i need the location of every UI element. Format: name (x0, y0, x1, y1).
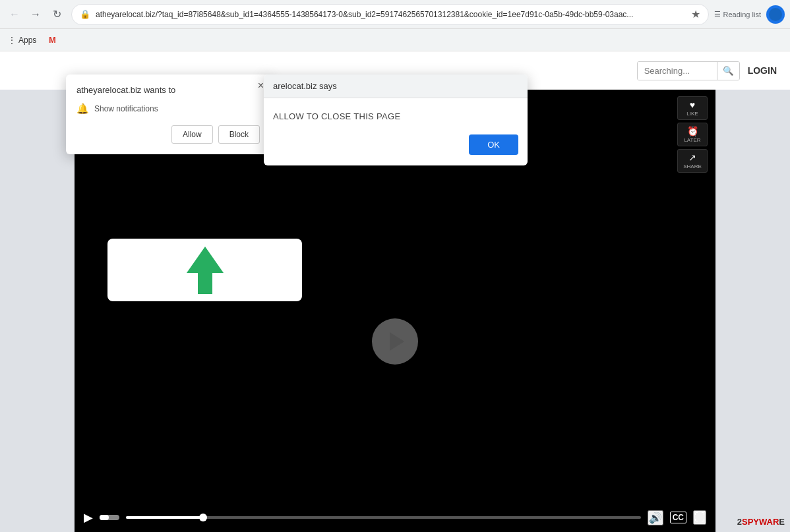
popup-title: atheyarelocat.biz wants to (76, 85, 260, 95)
bell-icon: 🔔 (76, 103, 89, 115)
share-button[interactable]: ↗ SHARE (677, 149, 708, 173)
browser-frame: ← → ↻ 🔒 atheyarelocat.biz/?taq_id=87i856… (0, 0, 790, 532)
bookmark-gmail[interactable]: M (47, 35, 57, 45)
profile-avatar (769, 8, 782, 21)
volume-fill (100, 515, 109, 520)
side-area-right (715, 90, 790, 532)
bookmark-star-icon[interactable]: ★ (691, 8, 700, 20)
notification-popup: × atheyarelocat.biz wants to 🔔 Show noti… (66, 74, 270, 154)
like-label: LIKE (686, 111, 698, 117)
lock-icon: 🔒 (80, 9, 90, 19)
search-input[interactable] (638, 62, 717, 80)
fullscreen-button[interactable]: ⛶ (693, 510, 706, 525)
play-pause-button[interactable]: ▶ (84, 510, 93, 525)
reading-list-label: Reading list (723, 11, 761, 18)
alert-buttons: OK (273, 134, 518, 155)
search-button[interactable]: 🔍 (717, 62, 739, 80)
like-button[interactable]: ♥ LIKE (677, 96, 708, 120)
side-area-left (0, 90, 75, 532)
alert-message: ALLOW TO CLOSE THIS PAGE (273, 111, 518, 121)
profile-button[interactable] (766, 5, 785, 24)
nav-buttons: ← → ↻ (5, 5, 66, 24)
progress-thumb (199, 514, 207, 521)
alert-header: arelocat.biz says (264, 74, 528, 98)
play-triangle-icon (390, 332, 404, 351)
forward-button[interactable]: → (26, 5, 45, 24)
watermark-suffix: E (779, 517, 785, 527)
bookmarks-bar: ⋮ Apps M (0, 29, 790, 51)
notification-row: 🔔 Show notifications (76, 103, 260, 115)
volume-button[interactable]: 🔊 (648, 510, 663, 525)
cc-button[interactable]: CC (670, 512, 686, 523)
back-button[interactable]: ← (5, 5, 24, 24)
popup-close-button[interactable]: × (258, 80, 264, 92)
reading-list-icon: ☰ (714, 10, 721, 18)
later-icon: ⏰ (687, 126, 698, 136)
upload-arrow (187, 247, 224, 294)
alert-header-title: arelocat.biz says (273, 81, 337, 91)
address-bar[interactable]: 🔒 atheyarelocat.biz/?taq_id=87i85648&sub… (71, 4, 709, 25)
alert-body: ALLOW TO CLOSE THIS PAGE OK (264, 98, 528, 165)
watermark-spy: SPYWAR (742, 517, 779, 527)
play-icon-container (386, 332, 404, 351)
reading-list-button[interactable]: ☰ Reading list (714, 10, 761, 18)
watermark-prefix: 2 (737, 517, 742, 527)
block-button[interactable]: Block (218, 125, 260, 144)
search-box[interactable]: 🔍 (637, 61, 740, 80)
bookmark-apps[interactable]: ⋮ Apps (8, 36, 36, 45)
alert-dialog: arelocat.biz says ALLOW TO CLOSE THIS PA… (264, 74, 528, 165)
browser-toolbar: ← → ↻ 🔒 atheyarelocat.biz/?taq_id=87i856… (0, 0, 790, 29)
side-buttons: ♥ LIKE ⏰ LATER ↗ SHARE (677, 96, 708, 173)
url-text: atheyarelocat.biz/?taq_id=87i85648&sub_i… (96, 10, 686, 19)
apps-icon: ⋮ (8, 36, 16, 45)
search-icon: 🔍 (723, 66, 734, 76)
reload-button[interactable]: ↻ (47, 5, 66, 24)
popup-buttons: Allow Block (76, 125, 260, 144)
later-label: LATER (684, 137, 700, 143)
like-icon: ♥ (690, 100, 695, 110)
notification-label: Show notifications (94, 104, 158, 113)
video-controls: ▶ 🔊 CC ⛶ (75, 503, 715, 532)
progress-bar[interactable] (126, 516, 641, 519)
volume-slider[interactable] (100, 515, 119, 520)
share-label: SHARE (683, 163, 702, 169)
toolbar-right: ☰ Reading list (714, 5, 785, 24)
ok-button[interactable]: OK (469, 134, 518, 155)
watermark: 2SPYWARE (737, 517, 785, 527)
gmail-icon: M (47, 35, 57, 45)
play-button-overlay[interactable] (372, 318, 418, 365)
video-main[interactable] (75, 179, 715, 503)
share-icon: ↗ (688, 152, 696, 163)
browser-content: 🔍 LOGIN 🎬 HD HD Streaming - 720p - Unlim… (0, 51, 790, 532)
arrow-head (187, 247, 224, 273)
later-button[interactable]: ⏰ LATER (677, 123, 708, 146)
allow-button[interactable]: Allow (171, 125, 213, 144)
progress-fill (126, 516, 203, 519)
upload-box[interactable] (107, 239, 302, 301)
arrow-shaft (198, 270, 212, 294)
login-button[interactable]: LOGIN (748, 65, 777, 76)
